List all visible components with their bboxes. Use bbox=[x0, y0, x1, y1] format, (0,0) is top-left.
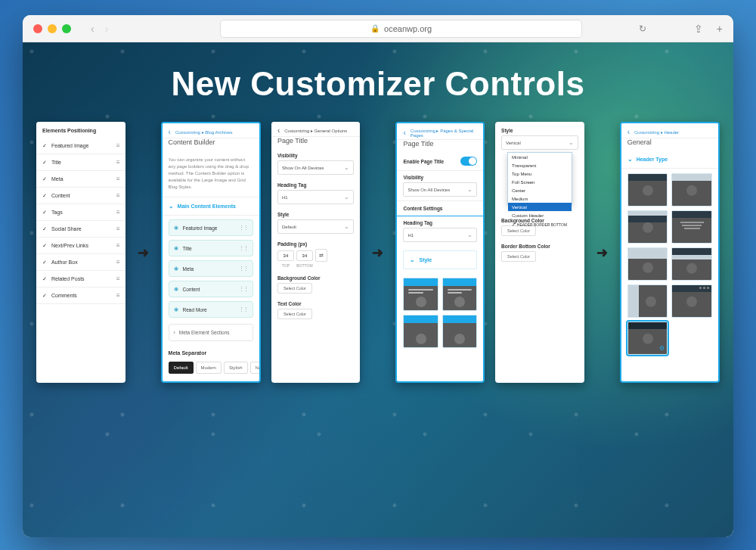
header-type-option[interactable] bbox=[627, 284, 668, 318]
builder-item[interactable]: ◉Featured Image⋮⋮ bbox=[169, 219, 253, 236]
separator-tab[interactable]: Stylish bbox=[224, 362, 248, 374]
list-item[interactable]: ✓Meta≡ bbox=[36, 171, 125, 188]
breadcrumb[interactable]: ‹ Customizing ▸ Header bbox=[621, 123, 718, 138]
drag-handle-icon[interactable]: ⋮⋮ bbox=[239, 266, 248, 272]
drag-handle-icon[interactable]: ≡ bbox=[116, 275, 119, 282]
list-item[interactable]: ✓Social Share≡ bbox=[36, 221, 125, 238]
drag-handle-icon[interactable]: ⋮⋮ bbox=[239, 245, 248, 251]
list-item[interactable]: ✓Title≡ bbox=[36, 154, 125, 171]
list-item[interactable]: ✓Comments≡ bbox=[36, 287, 125, 304]
drag-handle-icon[interactable]: ≡ bbox=[116, 159, 119, 166]
drag-handle-icon[interactable]: ⋮⋮ bbox=[239, 225, 248, 231]
header-type-accordion[interactable]: ⌄ Header Type bbox=[621, 151, 718, 169]
drag-handle-icon[interactable]: ⋮⋮ bbox=[239, 286, 248, 292]
nav-back-button[interactable]: ‹ bbox=[91, 23, 94, 35]
header-type-option-selected[interactable]: ⚙ bbox=[627, 322, 668, 355]
list-item[interactable]: ✓Next/Prev Links≡ bbox=[36, 238, 125, 254]
back-icon[interactable]: ‹ bbox=[169, 128, 171, 136]
bg-color-button[interactable]: Select Color bbox=[277, 283, 312, 294]
close-window-button[interactable] bbox=[33, 24, 42, 33]
visibility-icon[interactable]: ◉ bbox=[174, 306, 178, 312]
minimize-window-button[interactable] bbox=[48, 24, 57, 33]
drag-handle-icon[interactable]: ≡ bbox=[116, 242, 119, 249]
list-item[interactable]: ✓Content≡ bbox=[36, 188, 125, 204]
dropdown-option[interactable]: Top Menu bbox=[508, 169, 572, 178]
share-button[interactable]: ⇪ bbox=[694, 23, 703, 35]
breadcrumb[interactable]: ‹ Customizing ▸ General Options bbox=[271, 122, 361, 137]
dropdown-option[interactable]: Transparent bbox=[508, 161, 572, 169]
visibility-icon[interactable]: ◉ bbox=[174, 225, 178, 231]
dropdown-option[interactable]: Full Screen bbox=[508, 178, 572, 186]
builder-item[interactable]: ◉Content⋮⋮ bbox=[169, 281, 253, 297]
header-type-option[interactable] bbox=[627, 173, 668, 207]
style-preview-option[interactable] bbox=[442, 278, 477, 311]
visibility-select[interactable]: Show On All Devices bbox=[277, 160, 355, 175]
visibility-icon[interactable]: ◉ bbox=[174, 266, 178, 272]
back-icon[interactable]: ‹ bbox=[403, 129, 405, 137]
separator-tab[interactable]: Default bbox=[169, 362, 194, 374]
style-accordion[interactable]: ⌄ Style bbox=[403, 250, 477, 269]
drag-handle-icon[interactable]: ≡ bbox=[116, 225, 119, 232]
accordion-meta-sections[interactable]: › Meta Element Sections bbox=[169, 324, 253, 341]
accordion-main-content[interactable]: ⌄ Main Content Elements bbox=[163, 197, 259, 216]
drag-handle-icon[interactable]: ≡ bbox=[116, 142, 119, 149]
drag-handle-icon[interactable]: ≡ bbox=[116, 292, 119, 299]
builder-item[interactable]: ◉Read More⋮⋮ bbox=[169, 301, 253, 318]
header-type-option[interactable] bbox=[627, 210, 668, 244]
builder-item[interactable]: ◉Meta⋮⋮ bbox=[169, 260, 253, 277]
heading-tag-select[interactable]: H1 bbox=[277, 190, 355, 204]
link-values-button[interactable]: ⇄ bbox=[315, 249, 327, 262]
breadcrumb[interactable]: ‹ Customizing ▸ Blog Archives bbox=[163, 123, 259, 138]
header-type-option[interactable] bbox=[671, 284, 712, 318]
maximize-window-button[interactable] bbox=[62, 24, 71, 33]
header-type-option[interactable] bbox=[671, 173, 712, 207]
drag-handle-icon[interactable]: ≡ bbox=[116, 209, 119, 216]
dropdown-option[interactable]: Center bbox=[508, 186, 572, 194]
padding-bottom-input[interactable]: 34 bbox=[296, 250, 313, 261]
dropdown-option[interactable]: Minimal bbox=[508, 153, 572, 161]
list-item[interactable]: ✓Featured Image≡ bbox=[36, 138, 125, 154]
back-icon[interactable]: ‹ bbox=[277, 126, 280, 135]
header-type-option[interactable] bbox=[671, 247, 712, 281]
style-select[interactable]: Vertical bbox=[501, 135, 578, 150]
visibility-icon[interactable]: ◉ bbox=[174, 286, 178, 292]
text-color-button[interactable]: Select Color bbox=[277, 309, 312, 319]
dropdown-option[interactable]: Medium bbox=[508, 194, 572, 203]
dropdown-option[interactable]: Custom Header bbox=[508, 211, 572, 219]
drag-handle-icon[interactable]: ≡ bbox=[116, 192, 119, 199]
visibility-icon[interactable]: ◉ bbox=[174, 245, 178, 251]
visibility-select[interactable]: Show On All Devices bbox=[403, 182, 477, 197]
builder-item[interactable]: ◉Title⋮⋮ bbox=[169, 240, 253, 256]
breadcrumb[interactable]: ‹ Customizing ▸ Pages & Special Pages bbox=[397, 123, 483, 140]
chevron-down-icon: ⌄ bbox=[410, 256, 415, 263]
header-type-option[interactable] bbox=[627, 247, 668, 281]
list-item[interactable]: ✓Author Box≡ bbox=[36, 254, 125, 271]
border-color-button[interactable]: Select Color bbox=[501, 251, 536, 262]
reload-button[interactable]: ↻ bbox=[639, 23, 646, 34]
dropdown-option[interactable]: Vertical bbox=[508, 203, 572, 211]
list-item[interactable]: ✓Tags≡ bbox=[36, 204, 125, 221]
nav-forward-button[interactable]: › bbox=[105, 23, 109, 35]
style-preview-option[interactable] bbox=[403, 315, 438, 348]
list-item[interactable]: ✓Related Posts≡ bbox=[36, 271, 125, 287]
padding-top-input[interactable]: 34 bbox=[277, 250, 294, 261]
drag-handle-icon[interactable]: ≡ bbox=[116, 259, 119, 266]
drag-handle-icon[interactable]: ≡ bbox=[116, 176, 119, 182]
separator-tab[interactable]: Modern bbox=[196, 362, 222, 374]
enable-page-title-toggle[interactable] bbox=[460, 157, 477, 166]
new-tab-button[interactable]: + bbox=[717, 23, 723, 35]
style-preview-option[interactable] bbox=[403, 278, 438, 311]
drag-handle-icon[interactable]: ⋮⋮ bbox=[239, 306, 248, 312]
style-select[interactable]: Default bbox=[277, 219, 355, 234]
style-dropdown-list[interactable]: MinimalTransparentTop MenuFull ScreenCen… bbox=[507, 152, 572, 205]
dropdown-option[interactable]: HEADER BORDER BOTTOM bbox=[508, 219, 572, 228]
separator-tab[interactable]: None bbox=[250, 362, 261, 374]
back-icon[interactable]: ‹ bbox=[627, 128, 630, 136]
padding-label: Padding (px) bbox=[277, 241, 355, 247]
check-icon: ✓ bbox=[42, 210, 48, 215]
header-type-option[interactable] bbox=[671, 210, 712, 244]
style-preview-option[interactable] bbox=[442, 315, 477, 348]
url-bar[interactable]: 🔒 oceanwp.org bbox=[220, 20, 581, 38]
heading-tag-select[interactable]: H1 bbox=[403, 228, 477, 242]
panel-title: Page Title bbox=[271, 137, 361, 149]
